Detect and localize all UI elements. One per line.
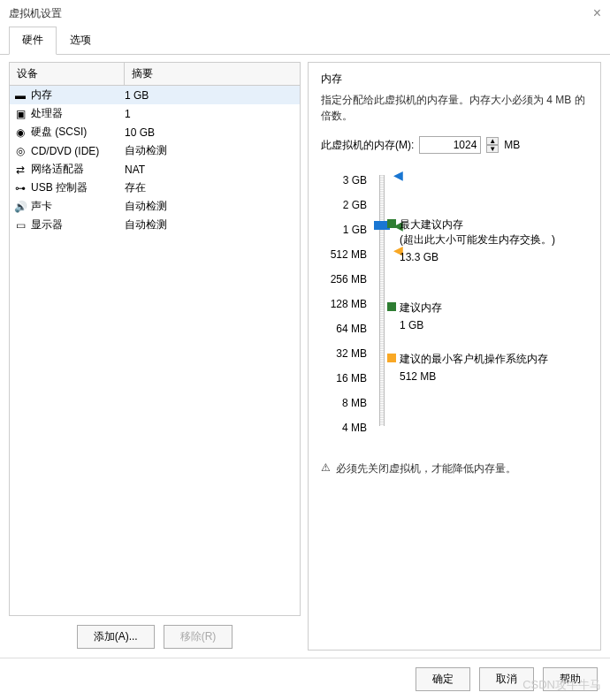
- device-name: 处理器: [31, 106, 125, 121]
- legend-rec: 建议内存 1 GB: [387, 301, 442, 331]
- device-name: 内存: [31, 88, 125, 103]
- warning-icon: ⚠: [321, 461, 331, 474]
- device-summary: 10 GB: [125, 126, 296, 139]
- memory-label: 此虚拟机的内存(M):: [321, 138, 414, 153]
- spinner-up-icon[interactable]: ▲: [486, 137, 499, 145]
- sound-icon: 🔊: [13, 201, 27, 213]
- legend-green-icon: [387, 219, 396, 228]
- memory-input[interactable]: [419, 136, 481, 154]
- cd-icon: ◎: [13, 145, 27, 157]
- memory-icon: ▬: [13, 89, 27, 102]
- display-icon: ▭: [13, 219, 27, 232]
- tabs: 硬件 选项: [0, 27, 610, 55]
- remove-button[interactable]: 移除(R): [164, 625, 233, 649]
- memory-title: 内存: [321, 72, 588, 87]
- device-name: USB 控制器: [31, 180, 125, 195]
- vm-settings-window: 虚拟机设置 × 硬件 选项 设备 摘要 ▬内存1 GB▣处理器1◉硬盘 (SCS…: [0, 0, 610, 700]
- device-row-cpu[interactable]: ▣处理器1: [10, 104, 300, 123]
- device-name: 显示器: [31, 217, 125, 232]
- device-row-display[interactable]: ▭显示器自动检测: [10, 216, 300, 234]
- device-row-network[interactable]: ⇄网络适配器NAT: [10, 160, 300, 179]
- left-panel: 设备 摘要 ▬内存1 GB▣处理器1◉硬盘 (SCSI)10 GB◎CD/DVD…: [9, 62, 301, 651]
- window-title: 虚拟机设置: [9, 6, 62, 21]
- network-icon: ⇄: [13, 164, 27, 176]
- device-summary: 自动检测: [125, 199, 296, 214]
- device-list-header: 设备 摘要: [10, 63, 300, 86]
- memory-slider-area: 3 GB2 GB1 GB512 MB256 MB128 MB64 MB32 MB…: [321, 168, 588, 440]
- tick-label: 2 GB: [321, 193, 374, 217]
- add-button[interactable]: 添加(A)...: [77, 625, 155, 649]
- device-summary: NAT: [125, 164, 296, 176]
- device-row-cd[interactable]: ◎CD/DVD (IDE)自动检测: [10, 141, 300, 160]
- device-summary: 1 GB: [125, 89, 296, 102]
- tab-hardware[interactable]: 硬件: [9, 27, 57, 55]
- device-name: 硬盘 (SCSI): [31, 125, 125, 140]
- device-row-sound[interactable]: 🔊声卡自动检测: [10, 197, 300, 216]
- device-summary: 自动检测: [125, 217, 296, 232]
- device-row-usb[interactable]: ⊶USB 控制器存在: [10, 179, 300, 197]
- memory-warning: ⚠ 必须先关闭虚拟机，才能降低内存量。: [321, 461, 588, 476]
- memory-slider[interactable]: ◀ ◀ ◀: [377, 168, 386, 440]
- memory-spinner[interactable]: ▲▼: [486, 137, 499, 153]
- memory-input-row: 此虚拟机的内存(M): ▲▼ MB: [321, 136, 588, 154]
- device-name: 声卡: [31, 199, 125, 214]
- tick-label: 8 MB: [321, 391, 374, 415]
- tick-label: 128 MB: [321, 292, 374, 316]
- device-list: 设备 摘要 ▬内存1 GB▣处理器1◉硬盘 (SCSI)10 GB◎CD/DVD…: [9, 62, 301, 616]
- legend-green2-icon: [387, 302, 396, 311]
- tick-label: 512 MB: [321, 242, 374, 267]
- content: 设备 摘要 ▬内存1 GB▣处理器1◉硬盘 (SCSI)10 GB◎CD/DVD…: [0, 55, 610, 658]
- memory-unit: MB: [504, 139, 520, 151]
- device-buttons: 添加(A)... 移除(R): [9, 616, 301, 651]
- usb-icon: ⊶: [13, 182, 27, 194]
- legend-yellow-icon: [387, 354, 396, 362]
- slider-track: [379, 175, 385, 426]
- right-panel: 内存 指定分配给此虚拟机的内存量。内存大小必须为 4 MB 的倍数。 此虚拟机的…: [308, 62, 601, 651]
- cpu-icon: ▣: [13, 108, 27, 120]
- legend-min: 建议的最小客户机操作系统内存 512 MB: [387, 352, 548, 383]
- tick-label: 256 MB: [321, 267, 374, 292]
- ok-button[interactable]: 确定: [416, 667, 470, 691]
- device-name: 网络适配器: [31, 162, 125, 177]
- footer: 确定 取消 帮助: [0, 658, 610, 700]
- tick-label: 3 GB: [321, 168, 374, 193]
- legend-max: 最大建议内存 (超出此大小可能发生内存交换。) 13.3 GB: [387, 217, 555, 263]
- cancel-button[interactable]: 取消: [479, 667, 534, 691]
- close-icon[interactable]: ×: [593, 5, 601, 21]
- header-summary: 摘要: [125, 63, 300, 85]
- device-row-memory[interactable]: ▬内存1 GB: [10, 86, 300, 104]
- tick-label: 32 MB: [321, 341, 374, 366]
- help-button[interactable]: 帮助: [543, 667, 598, 691]
- tick-label: 4 MB: [321, 415, 374, 440]
- tab-options[interactable]: 选项: [57, 27, 104, 54]
- tick-label: 1 GB: [321, 217, 374, 242]
- memory-desc: 指定分配给此虚拟机的内存量。内存大小必须为 4 MB 的倍数。: [321, 92, 588, 124]
- tick-label: 64 MB: [321, 316, 374, 341]
- disk-icon: ◉: [13, 126, 27, 139]
- device-name: CD/DVD (IDE): [31, 145, 125, 157]
- header-device: 设备: [10, 63, 125, 85]
- device-summary: 存在: [125, 180, 296, 195]
- device-summary: 自动检测: [125, 143, 296, 158]
- marker-blue-icon: ◀: [393, 168, 403, 182]
- spinner-down-icon[interactable]: ▼: [486, 145, 499, 153]
- tick-label: 16 MB: [321, 366, 374, 391]
- titlebar: 虚拟机设置 ×: [0, 0, 610, 27]
- device-row-disk[interactable]: ◉硬盘 (SCSI)10 GB: [10, 123, 300, 141]
- memory-ticks: 3 GB2 GB1 GB512 MB256 MB128 MB64 MB32 MB…: [321, 168, 374, 440]
- device-summary: 1: [125, 108, 296, 120]
